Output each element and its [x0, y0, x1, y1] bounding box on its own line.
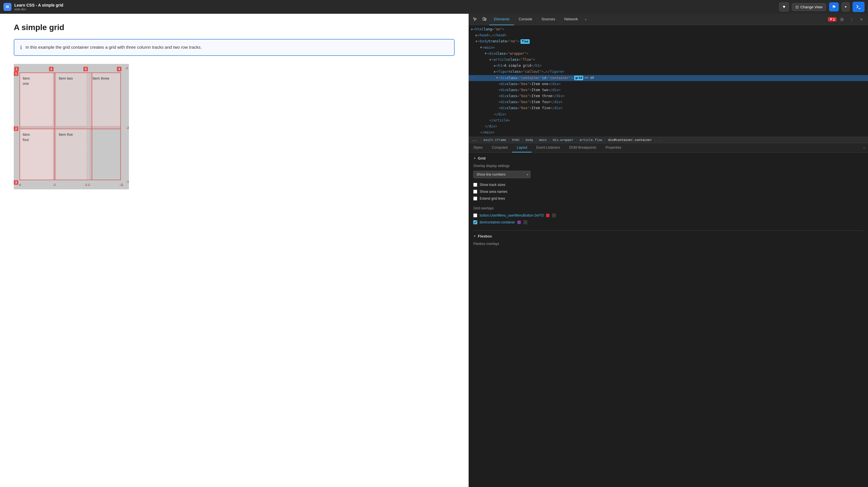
dom-line-head[interactable]: ▶ <head>…</head> — [469, 32, 868, 38]
dom-line-close-div[interactable]: </div> — [469, 112, 868, 117]
main-layout: A simple grid ℹ In this example the grid… — [0, 14, 868, 487]
dom-line-figure[interactable]: ▶ <figure class="callout">…</figure> — [469, 69, 868, 75]
row-neg-2-label: -2 — [126, 126, 129, 129]
grid-overlays-section: Grid overlays button.UserMenu_userMenuBu… — [473, 206, 863, 224]
tab-dom-breakpoints[interactable]: DOM Breakpoints — [565, 143, 601, 152]
terminal-icon — [856, 4, 861, 10]
dom-line-close-article[interactable]: </article> — [469, 117, 868, 123]
preview-heading: A simple grid — [14, 23, 455, 32]
devtools-topbar: Elements Console Sources Network » ✕ 1 — [469, 14, 868, 25]
overlay-settings-title: Overlay display settings — [473, 164, 863, 168]
breadcrumb-main[interactable]: main — [538, 138, 548, 142]
dom-line-box3[interactable]: <div class="box">Item three</div> — [469, 93, 868, 99]
overlay-container-grid-icon[interactable] — [523, 220, 528, 224]
settings-button[interactable] — [838, 15, 846, 24]
tab-network[interactable]: Network — [560, 14, 583, 25]
error-badge[interactable]: ✕ 1 — [828, 17, 836, 22]
dropdown-button[interactable]: ▾ — [842, 2, 850, 11]
grid-container: Itemone Item two Item three Itemfour — [20, 72, 121, 180]
breadcrumb-html[interactable]: html — [512, 138, 521, 142]
breadcrumb-result-iframe[interactable]: esult-iframe — [483, 138, 507, 142]
grid-item-empty — [89, 129, 121, 180]
change-view-button[interactable]: ⊡ Change View — [792, 3, 826, 11]
breadcrumb-article-flow[interactable]: article.flow — [579, 138, 603, 142]
dom-line-article[interactable]: ▼ <article class="flow"> — [469, 57, 868, 63]
svg-rect-11 — [526, 222, 527, 224]
extend-grid-lines-checkbox[interactable] — [473, 196, 477, 201]
tab-console[interactable]: Console — [514, 14, 537, 25]
flexbox-overlays-title: Flexbox overlays — [473, 242, 863, 246]
dom-line-close-main[interactable]: </main> — [469, 129, 868, 135]
dom-line-main[interactable]: ▼ <main> — [469, 45, 868, 51]
flexbox-section: ▼ Flexbox Flexbox overlays — [473, 230, 863, 246]
tab-properties[interactable]: Properties — [601, 143, 626, 152]
row-line-2-label: 2 — [14, 126, 18, 131]
svg-rect-9 — [526, 220, 527, 222]
col-line-4-label: 4 — [117, 67, 121, 71]
dom-line-h1[interactable]: ▶ <h1>A simple grid</h1> — [469, 63, 868, 69]
col-line-3-label: 3 — [83, 67, 88, 71]
breadcrumb-ellipsis[interactable]: ... — [471, 138, 478, 142]
grid-badge: grid — [574, 75, 583, 80]
topbar: W Learn CSS - A simple grid web.dev ♥ ⊡ … — [0, 0, 868, 14]
grid-item-5-text: Item five — [59, 132, 73, 136]
page-subtitle: web.dev — [14, 7, 63, 11]
extend-grid-lines-row: Extend grid lines — [473, 196, 863, 201]
breadcrumb-div-wrapper[interactable]: div.wrapper — [552, 138, 575, 142]
dom-line-container[interactable]: ··· ▼ <div class="container" id="contain… — [469, 75, 868, 81]
dom-line-box5[interactable]: <div class="box">Item five</div> — [469, 105, 868, 111]
dom-tree: ▼ <html lang="en"> ▶ <head>…</head> ▼ <b… — [469, 25, 868, 136]
svg-rect-7 — [554, 216, 556, 217]
flexbox-section-arrow: ▼ — [473, 235, 476, 238]
grid-section-header[interactable]: ▼ Grid — [473, 156, 863, 160]
overlay-display-select[interactable]: Show line numbers Show track sizes Show … — [473, 171, 531, 178]
grid-section-arrow: ▼ — [473, 157, 476, 160]
device-toolbar-button[interactable] — [480, 15, 489, 24]
page-title: Learn CSS - A simple grid — [14, 3, 63, 7]
overlay-button-label[interactable]: button.UserMenu_userMenuButton-2eiYO — [479, 213, 544, 217]
dom-line-box2[interactable]: <div class="box">Item two</div> — [469, 87, 868, 93]
overlay-button-grid-icon[interactable] — [552, 213, 556, 218]
inspect-element-button[interactable] — [471, 15, 479, 24]
page-title-block: Learn CSS - A simple grid web.dev — [14, 3, 63, 11]
tab-elements[interactable]: Elements — [489, 14, 514, 25]
dom-line-body[interactable]: ▼ <body translate="no"> flex — [469, 38, 868, 44]
show-area-names-label[interactable]: Show area names — [479, 190, 507, 194]
show-area-names-checkbox[interactable] — [473, 190, 477, 194]
tab-layout[interactable]: Layout — [512, 143, 532, 152]
more-tabs-button[interactable]: » — [582, 18, 589, 22]
tab-styles[interactable]: Styles — [469, 143, 487, 152]
breadcrumb-container[interactable]: div#container.container — [607, 138, 653, 142]
breadcrumb-more[interactable]: ... — [657, 138, 662, 142]
overlay-container-label[interactable]: div#container.container — [479, 220, 515, 224]
dom-line-box1[interactable]: <div class="box">Item one</div> — [469, 81, 868, 87]
col-neg-1-bot-label: -1 — [121, 183, 123, 186]
breadcrumb-body[interactable]: body — [525, 138, 534, 142]
dom-line-html[interactable]: ▼ <html lang="en"> — [469, 26, 868, 32]
dom-line-close-wrapper[interactable]: </div> — [469, 123, 868, 129]
grid-demo: 1 2 3 4 1 2 3 -3 -2 -1 -2 -1 — [14, 64, 151, 189]
dom-line-div-wrapper[interactable]: ▼ <div class="wrapper"> — [469, 51, 868, 57]
show-track-sizes-checkbox[interactable] — [473, 183, 477, 187]
tab-sources[interactable]: Sources — [537, 14, 560, 25]
extend-grid-lines-label[interactable]: Extend grid lines — [479, 196, 505, 201]
col-line-2-label: 2 — [49, 67, 54, 71]
overlay-button-checkbox[interactable] — [473, 213, 477, 217]
terminal-button[interactable] — [852, 2, 865, 12]
grid-item-3-text: Item three — [93, 76, 110, 81]
col-neg-2-label: -2 — [85, 183, 87, 186]
more-panel-tabs[interactable]: » — [860, 144, 868, 152]
close-devtools-button[interactable]: ✕ — [857, 15, 866, 24]
overlay-container-checkbox[interactable] — [473, 220, 477, 224]
heart-button[interactable]: ♥ — [779, 2, 789, 11]
tab-event-listeners[interactable]: Event Listeners — [532, 143, 565, 152]
tab-computed[interactable]: Computed — [487, 143, 512, 152]
show-track-sizes-label[interactable]: Show track sizes — [479, 183, 505, 187]
bookmark-button[interactable]: ⚑ — [829, 2, 839, 11]
more-options-button[interactable]: ⋮ — [847, 15, 856, 24]
error-x-icon: ✕ — [830, 18, 832, 21]
show-track-sizes-row: Show track sizes — [473, 183, 863, 187]
flexbox-section-header[interactable]: ▼ Flexbox — [473, 234, 863, 238]
dom-line-box4[interactable]: <div class="box">Item four</div> — [469, 99, 868, 105]
close-icon: ✕ — [860, 18, 863, 22]
